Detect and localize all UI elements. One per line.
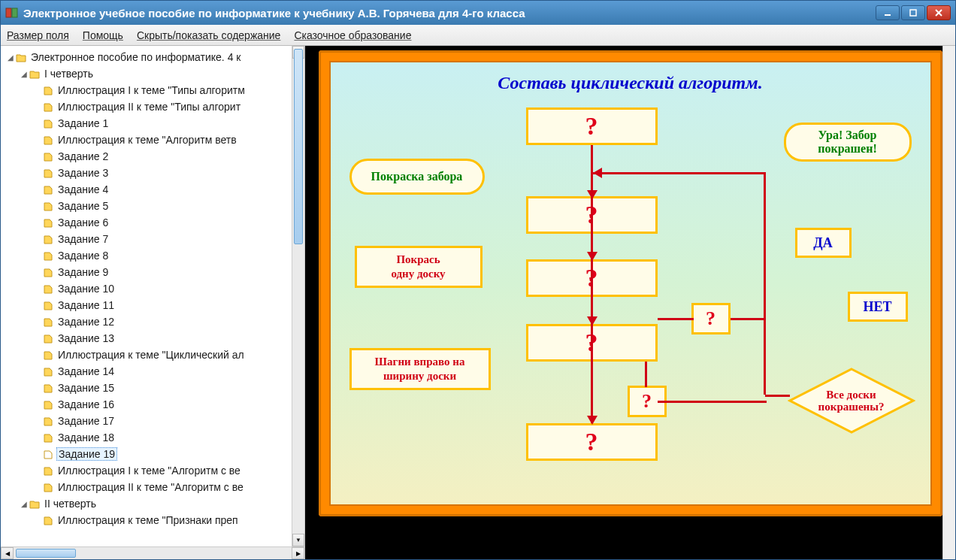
tree-item[interactable]: Задание 6 (1, 214, 304, 231)
tree-item-label: Иллюстрация I к теме "Алгоритм с ве (56, 465, 242, 477)
tree-item[interactable]: Задание 16 (1, 396, 304, 413)
scroll-down-arrow-icon[interactable]: ▼ (292, 534, 304, 546)
tree-item[interactable]: Задание 11 (1, 297, 304, 313)
hint-paint[interactable]: Покрась одну доску (355, 246, 483, 288)
slide-frame: Составь циклический алгоритм. Покраска з… (319, 50, 942, 516)
arrowhead-icon (587, 190, 598, 199)
minimize-button[interactable] (876, 5, 900, 20)
tree-item[interactable]: Задание 8 (1, 247, 304, 264)
page-icon (43, 450, 53, 459)
label-yes[interactable]: ДА (795, 228, 852, 258)
tree-item-label: Иллюстрация I к теме "Типы алгоритм (56, 84, 247, 96)
tree-item-label: Задание 8 (56, 250, 110, 262)
pill-left[interactable]: Покраска забора (349, 159, 485, 195)
arrowhead-icon (587, 252, 598, 261)
tree-item[interactable]: Задание 15 (1, 380, 304, 396)
tree-item[interactable]: Задание 19 (1, 446, 304, 462)
tree-item[interactable]: Задание 9 (1, 264, 304, 280)
app-icon (5, 6, 19, 20)
pill-right[interactable]: Ура! Забор покрашен! (784, 123, 912, 162)
svg-rect-0 (6, 8, 11, 17)
tree-item[interactable]: Иллюстрация II к теме "Типы алгорит (1, 98, 304, 115)
page-icon (43, 367, 53, 376)
tree-item-label: Задание 12 (56, 316, 116, 328)
menu-field-size[interactable]: Размер поля (7, 29, 69, 41)
page-icon (43, 383, 53, 392)
menu-help[interactable]: Помощь (83, 29, 123, 41)
expand-toggle-icon[interactable]: ◢ (19, 70, 29, 78)
tree-item[interactable]: Задание 13 (1, 330, 304, 347)
scroll-right-arrow-icon[interactable]: ▶ (292, 547, 304, 559)
tree-item-label: Иллюстрация II к теме "Алгоритм с ве (56, 481, 245, 493)
toc-tree[interactable]: ◢Электронное пособие по информатике. 4 к… (1, 46, 304, 546)
maximize-button[interactable] (901, 5, 925, 20)
tree-item[interactable]: Иллюстрация к теме "Признаки преп (1, 512, 304, 528)
slot-1[interactable]: ? (526, 107, 658, 145)
page-icon (43, 516, 53, 525)
tree-vertical-scrollbar[interactable]: ▲ ▼ (292, 46, 304, 546)
flow-line-loop-right (764, 172, 766, 395)
slot-5[interactable]: ? (526, 423, 658, 461)
decision-diamond[interactable]: Все доскипокрашены? (788, 367, 915, 434)
expand-toggle-icon[interactable]: ◢ (5, 53, 16, 62)
tree-item-label: Иллюстрация к теме "Алгоритм ветв (56, 134, 238, 146)
tree-item-label: Задание 10 (56, 283, 116, 295)
tree-horizontal-scrollbar[interactable]: ◀ ▶ (1, 546, 304, 559)
book-icon (29, 69, 40, 78)
tree-item[interactable]: Задание 2 (1, 148, 304, 165)
page-icon (43, 334, 53, 343)
tree-item[interactable]: Задание 7 (1, 231, 304, 247)
tree-item[interactable]: Задание 17 (1, 413, 304, 429)
page-icon (43, 301, 53, 310)
page-icon (43, 416, 53, 425)
flow-line-loop-top (592, 172, 765, 174)
tree-item[interactable]: Задание 14 (1, 363, 304, 380)
tree-item[interactable]: Задание 18 (1, 429, 304, 446)
flow-line (731, 318, 765, 320)
content-viewer: Составь циклический алгоритм. Покраска з… (305, 46, 955, 559)
tree-item[interactable]: Иллюстрация к теме "Циклический ал (1, 347, 304, 363)
tree-item[interactable]: Иллюстрация I к теме "Типы алгоритм (1, 82, 304, 98)
page-icon (43, 135, 53, 144)
tree-item-label: Задание 2 (56, 150, 110, 162)
tree-item-label: II четверть (43, 498, 98, 510)
slot-small-1[interactable]: ? (691, 303, 731, 334)
tree-quarter-1[interactable]: ◢I четверть (1, 65, 304, 82)
page-icon (43, 119, 53, 128)
page-icon (43, 400, 53, 409)
tree-item[interactable]: Иллюстрация к теме "Алгоритм ветв (1, 132, 304, 148)
tree-item[interactable]: Иллюстрация I к теме "Алгоритм с ве (1, 462, 304, 479)
menu-toggle-toc[interactable]: Скрыть/показать содержание (137, 29, 280, 41)
page-icon (43, 350, 53, 359)
arrowhead-icon (587, 416, 598, 425)
tree-root[interactable]: ◢Электронное пособие по информатике. 4 к (1, 49, 304, 65)
tree-item-label: Иллюстрация к теме "Циклический ал (56, 349, 246, 361)
expand-toggle-icon[interactable]: ◢ (19, 500, 29, 508)
viewer-scrollbar[interactable] (942, 46, 955, 559)
slide: Составь циклический алгоритм. Покраска з… (329, 61, 932, 506)
flow-line (658, 401, 767, 403)
tree-item-label: Задание 15 (56, 382, 116, 394)
scroll-left-arrow-icon[interactable]: ◀ (1, 547, 14, 559)
tree-item[interactable]: Задание 10 (1, 280, 304, 297)
flow-line-vertical (591, 145, 593, 423)
tree-item[interactable]: Задание 4 (1, 181, 304, 198)
hint-step[interactable]: Шагни вправо на ширину доски (349, 348, 491, 390)
slide-title: Составь циклический алгоритм. (331, 62, 930, 98)
tree-item[interactable]: Задание 1 (1, 115, 304, 132)
flow-line (658, 318, 694, 320)
tree-item[interactable]: Задание 3 (1, 165, 304, 181)
tree-item-label: Задание 5 (56, 200, 110, 212)
menu-fairytale-edu[interactable]: Сказочное образование (294, 29, 411, 41)
scroll-thumb[interactable] (294, 49, 303, 244)
menubar: Размер поля Помощь Скрыть/показать содер… (1, 25, 955, 46)
tree-item[interactable]: Задание 12 (1, 313, 304, 330)
tree-item[interactable]: Иллюстрация II к теме "Алгоритм с ве (1, 479, 304, 495)
close-button[interactable] (927, 5, 951, 20)
tree-quarter-2[interactable]: ◢II четверть (1, 495, 304, 512)
tree-item[interactable]: Задание 5 (1, 198, 304, 214)
sidebar: ◢Электронное пособие по информатике. 4 к… (1, 46, 305, 559)
page-icon (43, 317, 53, 326)
label-no[interactable]: НЕТ (848, 292, 908, 322)
scroll-thumb-h[interactable] (16, 549, 76, 558)
